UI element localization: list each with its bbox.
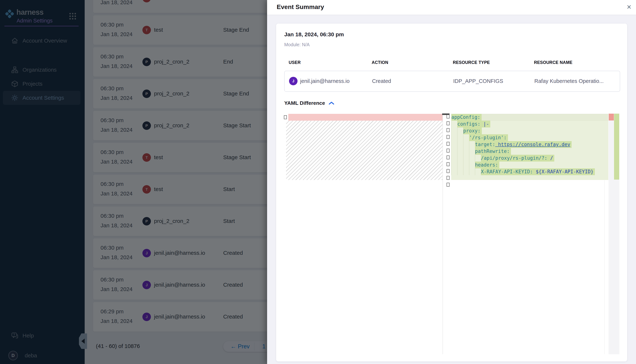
yaml-line: headers:	[451, 162, 595, 168]
modal-title: Event Summary	[277, 3, 324, 10]
ruler-deleted-marker	[609, 114, 614, 120]
event-module: Module: N/A	[284, 42, 310, 47]
yaml-diff-editor: appConfig:configs: |-proxy:'/rs-plugin':…	[283, 114, 619, 354]
yaml-line: '/rs-plugin':	[451, 134, 595, 141]
chevron-up-icon	[328, 101, 335, 105]
yaml-line: target: https://console.rafay.dev	[451, 141, 595, 148]
yaml-difference-toggle[interactable]: YAML Difference	[284, 100, 335, 106]
diff-gutter-marker	[447, 142, 450, 146]
yaml-line: proxy:	[451, 128, 595, 134]
yaml-difference-label: YAML Difference	[284, 100, 325, 106]
yaml-line: /api/proxy/rs-plugin/?: /	[451, 155, 595, 162]
diff-gutter-marker	[447, 162, 450, 166]
diff-gutter-marker	[447, 176, 450, 180]
diff-gutter-marker	[447, 114, 450, 118]
cell-user: jenil.jain@harness.io	[300, 78, 350, 84]
cell-action: Created	[372, 78, 391, 84]
diff-gutter-marker	[447, 149, 450, 152]
diff-gutter-marker	[447, 169, 450, 173]
yaml-line: configs: |-	[451, 121, 595, 128]
yaml-line: X-RAFAY-API-KEYID: ${X-RAFAY-API-KEYID}	[451, 168, 595, 175]
diff-code-lines: appConfig:configs: |-proxy:'/rs-plugin':…	[451, 114, 595, 175]
event-datetime: Jan 18, 2024, 06:30 pm	[284, 31, 344, 38]
collapse-arrow-icon	[81, 338, 85, 344]
col-header-user: USER	[289, 60, 301, 65]
event-table-row[interactable]: J jenil.jain@harness.io Created IDP_APP_…	[284, 71, 620, 92]
cell-resource-type: IDP_APP_CONFIGS	[453, 78, 503, 84]
diff-gutter-marker	[447, 122, 450, 125]
diff-gutter-marker	[447, 128, 450, 132]
close-icon[interactable]: ×	[627, 3, 631, 11]
ruler-added-marker	[614, 114, 619, 180]
diff-right-pane-edge	[604, 180, 605, 354]
diff-empty-region	[286, 121, 443, 180]
diff-added-pane: appConfig:configs: |-proxy:'/rs-plugin':…	[451, 114, 608, 180]
event-summary-modal: Event Summary × Jan 18, 2024, 06:30 pm M…	[267, 0, 636, 364]
diff-splitter[interactable]	[443, 114, 443, 354]
diff-gutter-marker	[447, 156, 450, 159]
col-header-resource-type: RESOURCE TYPE	[453, 60, 490, 65]
diff-gutter-marker	[284, 115, 287, 119]
yaml-line: appConfig:	[451, 114, 595, 121]
user-avatar: J	[289, 77, 298, 85]
diff-gutter-marker	[447, 135, 450, 139]
col-header-action: ACTION	[372, 60, 388, 65]
sidebar-collapse-handle[interactable]	[79, 334, 87, 349]
modal-header: Event Summary ×	[267, 0, 636, 15]
event-summary-card: Jan 18, 2024, 06:30 pm Module: N/A USER …	[276, 24, 627, 362]
col-header-resource-name: RESOURCE NAME	[534, 60, 572, 65]
diff-gutter-marker	[447, 183, 450, 186]
cell-resource-name: Rafay Kubernetes Operatio...	[534, 78, 604, 84]
yaml-line: pathRewrite:	[451, 148, 595, 155]
diff-deleted-line	[288, 114, 443, 121]
